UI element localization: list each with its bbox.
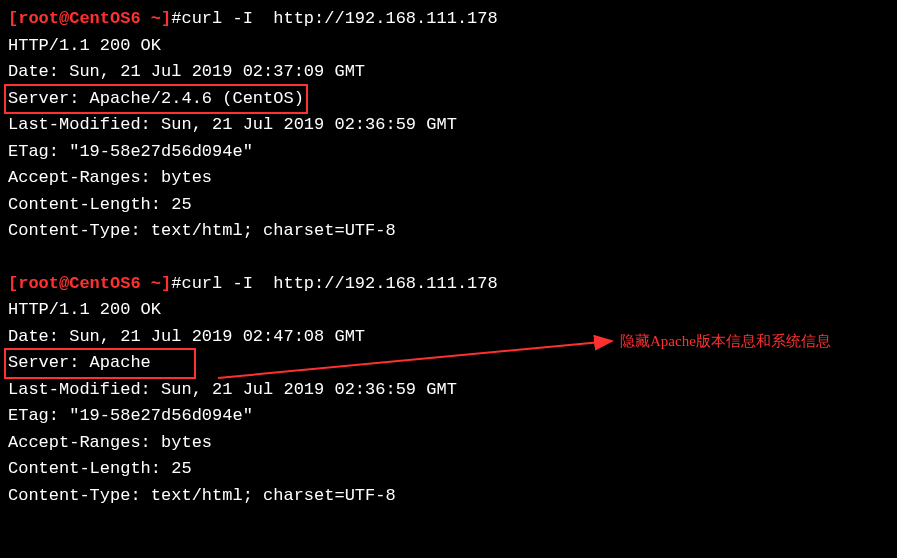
output-line: HTTP/1.1 200 OK xyxy=(8,297,889,324)
boxed-text: Server: Apache xyxy=(8,353,151,372)
output-line: Accept-Ranges: bytes xyxy=(8,165,889,192)
output-line: Content-Length: 25 xyxy=(8,192,889,219)
highlight-box-2: Server: Apache xyxy=(4,348,196,379)
prompt-line-2: [root@CentOS6 ~]#curl -I http://192.168.… xyxy=(8,271,889,298)
output-line: Content-Length: 25 xyxy=(8,456,889,483)
command-text[interactable]: curl -I http://192.168.111.178 xyxy=(181,9,497,28)
output-line: Content-Type: text/html; charset=UTF-8 xyxy=(8,218,889,245)
blank-line xyxy=(8,245,889,271)
output-line: ETag: "19-58e27d56d094e" xyxy=(8,403,889,430)
output-line: Last-Modified: Sun, 21 Jul 2019 02:36:59… xyxy=(8,112,889,139)
output-line: ETag: "19-58e27d56d094e" xyxy=(8,139,889,166)
highlight-box-1: Server: Apache/2.4.6 (CentOS) xyxy=(4,84,308,115)
prompt-line-1: [root@CentOS6 ~]#curl -I http://192.168.… xyxy=(8,6,889,33)
output-line: Content-Type: text/html; charset=UTF-8 xyxy=(8,483,889,510)
boxed-server-line: Server: Apache/2.4.6 (CentOS) xyxy=(8,86,889,113)
output-line: Last-Modified: Sun, 21 Jul 2019 02:36:59… xyxy=(8,377,889,404)
command-text[interactable]: curl -I http://192.168.111.178 xyxy=(181,274,497,293)
prompt-hash: # xyxy=(171,274,181,293)
boxed-server-line: Server: Apache xyxy=(8,350,889,377)
prompt-hash: # xyxy=(171,9,181,28)
annotation-text: 隐藏Apache版本信息和系统信息 xyxy=(620,330,831,353)
prompt-host: [root@CentOS6 ~] xyxy=(8,9,171,28)
prompt-host: [root@CentOS6 ~] xyxy=(8,274,171,293)
output-line: HTTP/1.1 200 OK xyxy=(8,33,889,60)
output-line: Date: Sun, 21 Jul 2019 02:37:09 GMT xyxy=(8,59,889,86)
output-line: Accept-Ranges: bytes xyxy=(8,430,889,457)
